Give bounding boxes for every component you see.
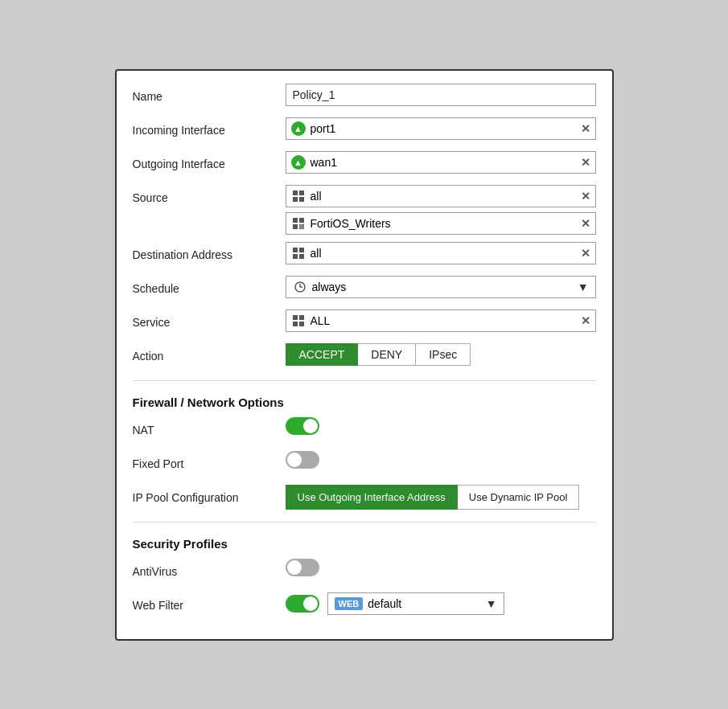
- fixed-port-toggle[interactable]: [286, 451, 319, 469]
- action-buttons-group: ACCEPT DENY IPsec: [286, 343, 596, 366]
- web-filter-value: default: [368, 597, 401, 610]
- source-label: Source: [133, 185, 286, 204]
- name-input[interactable]: [286, 84, 596, 106]
- action-ipsec-button[interactable]: IPsec: [416, 343, 471, 366]
- svg-rect-11: [293, 254, 298, 259]
- source-fortios-remove[interactable]: ✕: [581, 217, 590, 230]
- action-row: Action ACCEPT DENY IPsec: [133, 343, 596, 372]
- web-filter-toggle[interactable]: [286, 595, 319, 613]
- outgoing-interface-icon: ▲: [291, 155, 306, 170]
- action-label: Action: [133, 343, 286, 363]
- source-all-remove[interactable]: ✕: [581, 190, 590, 203]
- svg-point-8: [299, 224, 304, 229]
- fixed-port-control: [286, 451, 596, 471]
- destination-remove[interactable]: ✕: [581, 247, 590, 260]
- web-filter-label: Web Filter: [133, 592, 286, 612]
- incoming-interface-control: ▲ port1 ✕: [286, 117, 596, 142]
- svg-rect-5: [299, 218, 304, 223]
- fixed-port-label: Fixed Port: [133, 451, 286, 470]
- destination-tag: all ✕: [286, 242, 596, 264]
- source-tag-fortios: FortiOS_Writers ✕: [286, 212, 596, 235]
- security-header: Security Profiles: [133, 537, 596, 551]
- antivirus-label: AntiVirus: [133, 559, 286, 578]
- service-label: Service: [133, 309, 286, 329]
- antivirus-control: [286, 559, 596, 579]
- incoming-interface-value: port1: [311, 122, 336, 135]
- web-filter-control: WEB default ▼: [286, 592, 596, 615]
- clock-icon: [293, 280, 307, 294]
- svg-rect-12: [299, 254, 304, 259]
- web-filter-row: Web Filter WEB default ▼: [133, 592, 596, 621]
- action-control: ACCEPT DENY IPsec: [286, 343, 596, 366]
- svg-rect-18: [293, 322, 298, 326]
- incoming-interface-tag-inner: ▲ port1: [291, 121, 336, 136]
- schedule-control: always ▼: [286, 276, 596, 298]
- web-badge: WEB: [335, 597, 364, 610]
- service-value: ALL: [311, 314, 331, 327]
- svg-rect-9: [293, 248, 298, 252]
- incoming-interface-label: Incoming Interface: [133, 117, 286, 137]
- outgoing-interface-remove[interactable]: ✕: [581, 156, 590, 169]
- destination-tag-inner: all: [291, 246, 322, 260]
- source-control: all ✕ FortiOS_Writers: [286, 185, 596, 237]
- web-filter-row-inner: WEB default ▼: [286, 592, 596, 615]
- web-filter-dropdown-arrow: ▼: [486, 597, 497, 610]
- web-filter-toggle-knob: [303, 596, 318, 611]
- outgoing-interface-tag: ▲ wan1 ✕: [286, 151, 596, 174]
- antivirus-row: AntiVirus: [133, 559, 596, 588]
- firewall-header: Firewall / Network Options: [133, 395, 596, 409]
- schedule-dropdown[interactable]: always ▼: [286, 276, 596, 298]
- divider-firewall: [133, 380, 596, 381]
- service-row: Service ALL ✕: [133, 309, 596, 338]
- antivirus-toggle[interactable]: [286, 559, 319, 576]
- outgoing-interface-row: Outgoing Interface ▲ wan1 ✕: [133, 151, 596, 180]
- destination-control: all ✕: [286, 242, 596, 267]
- source-tag-fortios-inner: FortiOS_Writers: [291, 216, 391, 231]
- svg-rect-1: [299, 191, 304, 195]
- antivirus-toggle-knob: [287, 560, 302, 575]
- svg-rect-16: [293, 315, 298, 320]
- nat-row: NAT: [133, 417, 596, 446]
- service-remove[interactable]: ✕: [581, 314, 590, 327]
- incoming-interface-row: Incoming Interface ▲ port1 ✕: [133, 117, 596, 146]
- svg-rect-4: [293, 218, 298, 223]
- service-tag-inner: ALL: [291, 314, 331, 328]
- name-control: [286, 84, 596, 106]
- incoming-interface-tag: ▲ port1 ✕: [286, 117, 596, 140]
- incoming-interface-remove[interactable]: ✕: [581, 122, 590, 135]
- svg-rect-19: [299, 322, 304, 326]
- destination-row: Destination Address all ✕: [133, 242, 596, 271]
- source-group: all ✕ FortiOS_Writers: [286, 185, 596, 237]
- ip-pool-label: IP Pool Configuration: [133, 485, 286, 504]
- destination-label: Destination Address: [133, 242, 286, 261]
- name-label: Name: [133, 84, 286, 103]
- service-tag: ALL ✕: [286, 309, 596, 332]
- action-accept-button[interactable]: ACCEPT: [286, 343, 359, 366]
- destination-grid-icon: [291, 246, 306, 260]
- ip-pool-buttons-group: Use Outgoing Interface Address Use Dynam…: [286, 485, 596, 510]
- source-fortios-value: FortiOS_Writers: [311, 217, 391, 230]
- svg-rect-10: [299, 248, 304, 252]
- svg-rect-0: [293, 191, 298, 195]
- schedule-label: Schedule: [133, 276, 286, 295]
- web-filter-select-inner: WEB default: [335, 597, 402, 610]
- source-row: Source all ✕: [133, 185, 596, 237]
- action-deny-button[interactable]: DENY: [358, 343, 416, 366]
- source-all-grid-icon: [291, 189, 306, 203]
- fixed-port-toggle-knob: [287, 453, 302, 467]
- nat-control: [286, 417, 596, 437]
- source-fortios-icon: [291, 216, 306, 231]
- svg-rect-3: [299, 197, 304, 202]
- ip-pool-row: IP Pool Configuration Use Outgoing Inter…: [133, 485, 596, 514]
- ip-pool-dynamic-button[interactable]: Use Dynamic IP Pool: [458, 485, 580, 510]
- divider-security: [133, 522, 596, 523]
- policy-form-panel: Name Incoming Interface ▲ port1 ✕ Outgoi…: [115, 69, 614, 641]
- schedule-row: Schedule always ▼: [133, 276, 596, 305]
- svg-rect-17: [299, 315, 304, 320]
- outgoing-interface-value: wan1: [311, 156, 337, 169]
- nat-toggle[interactable]: [286, 417, 319, 435]
- schedule-dropdown-arrow: ▼: [578, 281, 589, 293]
- ip-pool-outgoing-button[interactable]: Use Outgoing Interface Address: [286, 485, 458, 510]
- name-row: Name: [133, 84, 596, 113]
- web-filter-select[interactable]: WEB default ▼: [327, 592, 504, 615]
